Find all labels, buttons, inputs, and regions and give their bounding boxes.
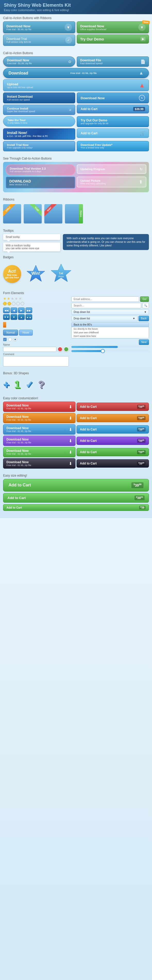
download-file-icon: 📄 xyxy=(140,59,146,64)
free-update-btn[interactable]: Download Free Update* *For a limited tim… xyxy=(77,141,149,151)
dl-green-btn[interactable]: Download Now Free trial - 61 kb, zip fil… xyxy=(3,447,76,457)
ribbon-btn-trial[interactable]: Download Trial Full version only $29.99 … xyxy=(3,35,75,46)
ribbon-btn-2[interactable]: Download Now Office supplies bonehead ▼ … xyxy=(77,21,149,33)
see-through-title: See Through Call-to-Action Buttons xyxy=(3,157,149,160)
name-input[interactable] xyxy=(3,347,56,352)
nav-prev-btn[interactable]: ◀ xyxy=(11,307,17,313)
nav-next-btn[interactable]: ▶ xyxy=(18,307,25,313)
see-through-section: See Through Call-to-Action Buttons Downl… xyxy=(0,155,152,196)
tooltips-section: Tooltips Small tooltip With a medium too… xyxy=(0,227,152,253)
dl-red-btn[interactable]: Download Now Free trial - 61 kb, zip fil… xyxy=(3,402,76,412)
arrow-down-icon-2: ▼ xyxy=(138,24,146,31)
go-btn[interactable]: Go! xyxy=(140,296,149,302)
st-btn-3[interactable]: DOWNLOAD Beta Version 0.0.1 xyxy=(6,177,75,188)
email-row: Go! xyxy=(71,296,149,302)
cart-green-btn[interactable]: Add to Cart $3999 xyxy=(76,448,149,456)
dl-blue-btn[interactable]: Download Now Free trial - 61 kb, zip fil… xyxy=(3,424,76,434)
form-elements-section: Form Elements ★ ★ ★ ★ ★ ◀◀ ◀ xyxy=(0,289,152,369)
install-now-btn[interactable]: Install Now! v. 2.4 - 12 mb .pdf File - … xyxy=(3,128,75,140)
radio-2-checked[interactable] xyxy=(13,338,17,341)
cart-red-btn[interactable]: Add to Cart $3999 xyxy=(76,402,149,411)
upload-icon: ▲ xyxy=(139,82,145,89)
back-btn[interactable]: Back xyxy=(139,316,149,321)
st-btn-2[interactable]: Updating Program ↻ xyxy=(77,164,146,175)
nav-right-btn[interactable]: ▶▶ xyxy=(25,307,32,313)
dl-icon-4: ⬇ xyxy=(69,438,72,443)
star-rating[interactable]: ★ ★ ★ ★ ★ xyxy=(3,296,69,301)
search-icon[interactable]: 🔍 xyxy=(142,303,149,308)
dropdown-1[interactable]: Drop down list ▼ xyxy=(71,309,149,315)
dl-purple-btn[interactable]: Download Now Free trial - 61 kb, zip fil… xyxy=(3,436,76,446)
add-to-cart2-btn[interactable]: Add to Cart 🛒 xyxy=(77,128,149,140)
demo-ribbon: Demo xyxy=(65,204,83,223)
progress-bar xyxy=(71,346,149,348)
comment-textarea[interactable] xyxy=(3,356,69,366)
cart-blue-btn[interactable]: Add to Cart $3999 xyxy=(76,425,149,434)
color-variants-section: Easy color costumization! Download Now F… xyxy=(0,395,152,472)
search-input[interactable] xyxy=(71,303,141,308)
size-md-btn[interactable]: Add to Cart $3999 xyxy=(3,493,149,503)
install-trial-btn[interactable]: Install Trial Now Free upgrade only toda… xyxy=(3,141,75,151)
ribbon-btn-try-demo[interactable]: Try Our Demo ▶ xyxy=(77,35,149,46)
dl-icon-5: ⬇ xyxy=(69,450,72,455)
st-btn-1[interactable]: Download Trial Version 2.3 Full version … xyxy=(6,164,75,175)
slider-row xyxy=(71,350,149,352)
size-title: Easy size editing! xyxy=(3,474,149,477)
nav-down-btn[interactable]: ▼ xyxy=(11,314,17,320)
slider-track[interactable] xyxy=(71,350,149,352)
cart-orange-btn[interactable]: Add to Cart $3999 xyxy=(76,414,149,422)
arrow-right-icon: » xyxy=(69,108,71,112)
page-title: Shiny Shiny Web Elements Kit xyxy=(4,3,148,8)
slider-thumb[interactable] xyxy=(101,349,105,353)
checkbox-checked[interactable]: ✓ xyxy=(3,338,7,341)
dl-dark-btn[interactable]: Download Now Free trial - 61 kb, zip fil… xyxy=(3,458,76,469)
comment-field-row: Comment xyxy=(3,353,69,367)
nav-down-start-btn[interactable]: ▼▼ xyxy=(3,314,10,320)
try-our-demo-btn[interactable]: Try Out Our Demo and upgrade for only $9… xyxy=(77,116,149,127)
st-btn-4[interactable]: Upload Picture Free and easy uploading ⬆ xyxy=(77,177,146,188)
instant-download-btn[interactable]: Instant Download Full version our speed xyxy=(3,92,75,103)
upload-btn[interactable]: Upload Up to 500 mb free upload ▲ xyxy=(3,80,149,91)
cart-icon: 🛒 xyxy=(140,131,145,135)
bonus-title: Bonus: 3D Shapes xyxy=(3,371,149,375)
size-sm-btn[interactable]: Add to Cart $39 xyxy=(3,504,149,511)
name-color-row xyxy=(3,347,69,352)
normal-btn[interactable]: Normal xyxy=(3,330,18,336)
download-now2-btn[interactable]: Download Now ↻ xyxy=(77,92,149,103)
color-red-btn[interactable] xyxy=(57,347,63,352)
add-to-cart-btn[interactable]: Add to Cart $39.99 xyxy=(77,105,149,115)
arrow-up-icon: ▲ xyxy=(139,70,144,76)
svg-text:Prize: Prize xyxy=(59,275,64,278)
arrow-down-icon: ▼ xyxy=(65,24,72,31)
search-row: 🔍 xyxy=(71,303,149,308)
size-lg-btn[interactable]: Add to Cart $3999 xyxy=(3,479,149,492)
download-file-btn[interactable]: Download File Fast download speed! 📄 xyxy=(77,56,149,67)
nav-arrows-2: ▼▼ ▼ ▲ ▲▲ xyxy=(3,314,69,320)
nav-up-end-btn[interactable]: ▲▲ xyxy=(25,314,32,320)
nav-left-btn[interactable]: ◀◀ xyxy=(3,307,10,313)
dl-orange-btn[interactable]: Download Now Free trial - 61 kb, zip fil… xyxy=(3,413,76,423)
first-prize-badge: 1st Prize xyxy=(51,263,71,285)
radio-1[interactable] xyxy=(8,338,12,341)
ribbons-title: Ribbons xyxy=(3,198,149,201)
email-input[interactable] xyxy=(71,296,139,302)
dropdown-2[interactable]: Drop down list ▼ xyxy=(71,316,138,321)
ribbon-btn-1[interactable]: Download Now Free trial - $5.99, zip fil… xyxy=(3,21,75,33)
download-now-btn[interactable]: Download Now Free trial - $1.99, zip fil… xyxy=(3,56,75,67)
cart-dark-btn[interactable]: Add to Cart $3999 xyxy=(76,459,149,468)
next-btn[interactable]: Next xyxy=(139,339,149,345)
cart-purple-btn[interactable]: Add to Cart $3999 xyxy=(76,437,149,445)
circle-rating[interactable] xyxy=(3,302,69,305)
dl-icon-2: ⬇ xyxy=(69,416,72,421)
shape-question: ? xyxy=(38,379,44,390)
form-left-col: ★ ★ ★ ★ ★ ◀◀ ◀ ▶ ▶▶ ▼▼ xyxy=(3,296,69,367)
download-center-btn[interactable]: Download Free trial - 61 kb, zip file ▲ xyxy=(3,68,149,78)
nav-up-btn[interactable]: ▲ xyxy=(18,314,25,320)
hover-btn[interactable]: Hover xyxy=(19,330,33,336)
continue-install-btn[interactable]: Continue Install Super fast download spe… xyxy=(3,105,75,115)
color-green-btn[interactable] xyxy=(63,347,69,352)
large-tooltip: With such a large tooltip area you can m… xyxy=(63,234,149,250)
next-btn-row: Next xyxy=(71,339,149,345)
take-tour-btn[interactable]: Take the Tour It only takes 5 mins xyxy=(3,116,75,127)
act-badge: Act! Buy now, get one free! xyxy=(3,265,21,283)
